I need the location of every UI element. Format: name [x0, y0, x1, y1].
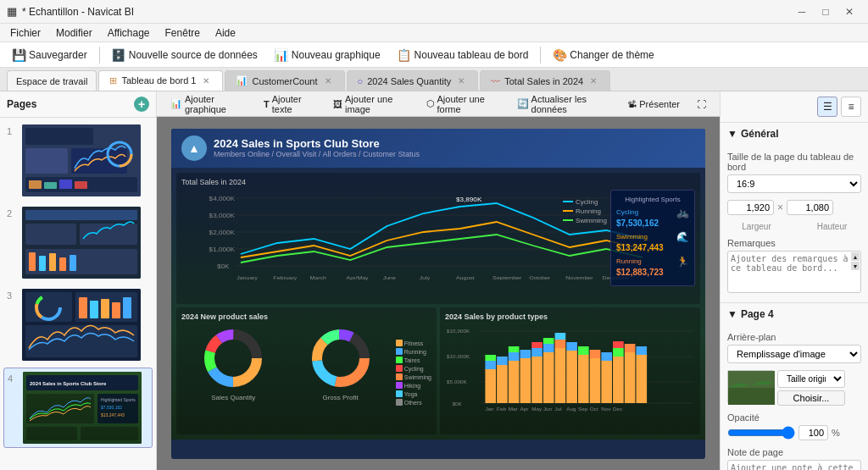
tab-total-sales[interactable]: 〰 Total Sales in 2024 ✕: [480, 70, 610, 91]
page-item-3[interactable]: 3: [3, 285, 153, 364]
panel-layout-button[interactable]: ≡: [841, 97, 861, 117]
svg-rect-118: [636, 355, 647, 403]
note-input[interactable]: [727, 460, 861, 470]
page-item-1[interactable]: 1: [3, 121, 153, 200]
svg-text:$0K: $0K: [217, 263, 230, 269]
close-button[interactable]: ✕: [837, 0, 861, 24]
pages-title: Pages: [7, 98, 36, 110]
menu-help[interactable]: Aide: [209, 25, 242, 41]
add-image-button[interactable]: 🖼 Ajouter une image: [326, 92, 416, 116]
page-number-1: 1: [7, 126, 17, 136]
tab-dashboard[interactable]: ⊞ Tableau de bord 1 ✕: [98, 70, 223, 91]
dimensions-labels-row: Largeur Hauteur: [727, 222, 861, 231]
page-item-2[interactable]: 2: [3, 203, 153, 282]
new-dashboard-button[interactable]: 📋 Nouveau tableau de bord: [391, 46, 536, 64]
svg-rect-106: [566, 342, 577, 351]
page-number-2: 2: [7, 208, 17, 218]
add-shape-button[interactable]: ⬡ Ajouter une forme: [420, 92, 507, 116]
pages-list: 1: [0, 118, 156, 470]
svg-rect-19: [59, 257, 66, 271]
add-page-button[interactable]: +: [134, 97, 149, 112]
page-thumbnail-1: [22, 124, 141, 196]
tab-customercount[interactable]: 📊 CustomerCount ✕: [225, 70, 344, 91]
opacity-slider[interactable]: [727, 426, 795, 440]
svg-text:$10,000K: $10,000K: [447, 353, 470, 359]
svg-rect-12: [25, 210, 137, 220]
svg-rect-87: [485, 361, 496, 369]
toolbar-separator: [99, 47, 100, 64]
add-image-icon: 🖼: [333, 99, 342, 109]
svg-text:November: November: [565, 274, 593, 279]
general-section: ▼ Général Taille de la page du tableau d…: [721, 123, 868, 303]
width-input[interactable]: [727, 200, 774, 215]
new-product-chart: 2024 New product sales: [176, 307, 437, 434]
menu-file[interactable]: Fichier: [3, 25, 47, 41]
canvas-toolbar: 📊 Ajouter graphique T Ajouter texte 🖼 Aj…: [157, 91, 720, 117]
menu-view[interactable]: Affichage: [101, 25, 157, 41]
add-text-icon: T: [264, 99, 270, 109]
tab-close-customercount[interactable]: ✕: [322, 75, 334, 87]
tab-sales-quantity[interactable]: ○ 2024 Sales Quantity ✕: [347, 70, 479, 91]
new-chart-button[interactable]: 📊 Nouveau graphique: [268, 46, 387, 64]
svg-rect-13: [25, 224, 76, 245]
height-input[interactable]: [787, 200, 833, 215]
save-button[interactable]: 💾 Sauvegarder: [5, 46, 94, 64]
remarks-label: Remarques: [727, 238, 861, 248]
add-text-button[interactable]: T Ajouter texte: [257, 92, 323, 116]
canvas-wrapper[interactable]: ▲ 2024 Sales in Sports Club Store Member…: [157, 117, 720, 470]
svg-rect-93: [509, 346, 520, 352]
fullscreen-button[interactable]: ⛶: [690, 97, 713, 111]
new-source-button[interactable]: 🗄️ Nouvelle source de données: [105, 46, 264, 64]
page4-section-header[interactable]: ▼ Page 4: [721, 303, 868, 325]
minimize-button[interactable]: ─: [790, 0, 814, 24]
width-group: [727, 200, 774, 215]
height-label: Hauteur: [803, 222, 861, 231]
fill-type-select[interactable]: Remplissage d'image: [727, 345, 861, 363]
tab-workspace[interactable]: Espace de travail: [7, 70, 97, 91]
sport-running: Running 🏃 $12,883,723: [616, 256, 689, 277]
main-toolbar: 💾 Sauvegarder 🗄️ Nouvelle source de donn…: [0, 42, 868, 68]
svg-text:August: August: [456, 274, 475, 280]
svg-rect-88: [485, 355, 496, 361]
opacity-input[interactable]: [798, 425, 828, 440]
svg-rect-96: [531, 357, 542, 403]
scroll-down[interactable]: ▼: [851, 262, 860, 270]
svg-text:May: May: [531, 406, 542, 412]
svg-text:$0K: $0K: [452, 401, 462, 406]
tab-close-total-sales[interactable]: ✕: [587, 75, 599, 87]
menu-edit[interactable]: Modifier: [49, 25, 99, 41]
tab-close-dashboard[interactable]: ✕: [200, 75, 212, 86]
sport-swimming: Swimming 🌊 $13,247,443: [616, 231, 689, 252]
add-chart-button[interactable]: 📊 Ajouter graphique: [164, 92, 253, 116]
aspect-ratio-select[interactable]: 16:9: [727, 174, 861, 193]
svg-rect-99: [543, 352, 554, 403]
percent-sign: %: [832, 428, 840, 438]
maximize-button[interactable]: □: [814, 0, 837, 24]
svg-rect-16: [29, 252, 36, 271]
tab-close-sales-quantity[interactable]: ✕: [455, 75, 467, 87]
image-size-select[interactable]: Taille originale: [777, 370, 845, 388]
general-section-header[interactable]: ▼ Général: [721, 123, 868, 145]
pages-header: Pages +: [0, 91, 156, 118]
remarks-input[interactable]: [727, 251, 861, 293]
page-item-4[interactable]: 4 2024 Sales in Sports Club Store: [3, 368, 153, 448]
panel-properties-button[interactable]: ☰: [817, 97, 837, 117]
svg-rect-6: [44, 182, 57, 189]
change-theme-button[interactable]: 🎨 Changer de thème: [546, 46, 660, 64]
svg-rect-102: [555, 348, 566, 403]
menu-window[interactable]: Fenêtre: [159, 25, 207, 41]
svg-rect-7: [59, 180, 72, 189]
svg-rect-43: [81, 427, 138, 440]
dashboard-subtitle: Members Online / Overall Visit / All Ord…: [214, 150, 420, 158]
total-sales-tab-icon: 〰: [491, 76, 500, 86]
present-button[interactable]: 📽 Présenter: [620, 97, 687, 111]
canvas-area: 📊 Ajouter graphique T Ajouter texte 🖼 Aj…: [157, 91, 720, 470]
svg-text:$15,000K: $15,000K: [447, 328, 470, 334]
bottom-charts: 2024 New product sales: [176, 307, 700, 434]
refresh-button[interactable]: 🔄 Actualiser les données: [510, 92, 618, 116]
scroll-up[interactable]: ▲: [851, 252, 860, 261]
choose-image-button[interactable]: Choisir...: [777, 390, 845, 406]
dash-logo: ▲: [181, 135, 207, 161]
dashboard-canvas: ▲ 2024 Sales in Sports Club Store Member…: [171, 129, 705, 459]
svg-rect-8: [75, 181, 87, 189]
